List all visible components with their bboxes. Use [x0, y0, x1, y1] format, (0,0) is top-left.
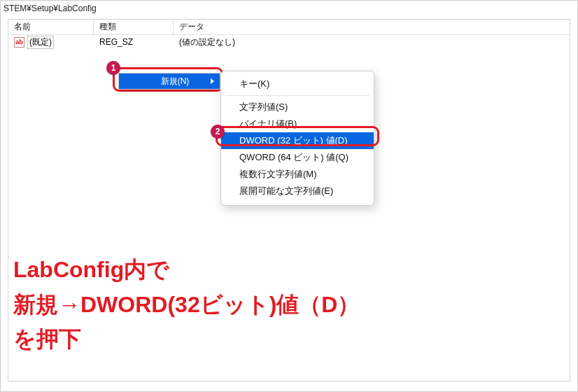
annotation-badge-2: 2	[211, 125, 225, 139]
cell-data: (値の設定なし)	[174, 35, 570, 49]
address-bar: STEM¥Setup¥LabConfig	[1, 1, 577, 16]
menu-item-label: 新規(N)	[161, 76, 190, 88]
menu-item-new[interactable]: 新規(N)	[119, 74, 220, 89]
cell-type: REG_SZ	[94, 35, 174, 49]
col-header-data[interactable]: データ	[174, 20, 570, 34]
table-row[interactable]: ab (既定) REG_SZ (値の設定なし)	[8, 35, 570, 49]
col-header-type[interactable]: 種類	[94, 20, 174, 34]
value-name-label: (既定)	[27, 36, 54, 49]
menu-separator	[225, 95, 369, 96]
submenu-item-binary[interactable]: バイナリ値(B)	[221, 115, 374, 132]
submenu: キー(K) 文字列値(S) バイナリ値(B) DWORD (32 ビット) 値(…	[220, 71, 374, 206]
submenu-item-key[interactable]: キー(K)	[221, 76, 374, 92]
annotation-frame-1: 新規(N)	[113, 67, 223, 92]
submenu-item-qword[interactable]: QWORD (64 ビット) 値(Q)	[221, 149, 374, 166]
chevron-right-icon	[211, 78, 214, 84]
instruction-caption: LabConfig内で 新規→DWORD(32ビット)値（D） を押下	[13, 253, 570, 357]
context-menu: 新規(N)	[118, 73, 220, 90]
column-header-row: 名前 種類 データ	[8, 20, 570, 35]
col-header-name[interactable]: 名前	[8, 20, 94, 34]
string-value-icon: ab	[14, 37, 24, 48]
cell-name: ab (既定)	[8, 35, 94, 49]
submenu-item-string[interactable]: 文字列値(S)	[221, 99, 374, 115]
submenu-item-expandstring[interactable]: 展開可能な文字列値(E)	[221, 183, 374, 200]
annotation-badge-1: 1	[106, 61, 120, 75]
submenu-item-dword[interactable]: DWORD (32 ビット) 値(D)	[221, 132, 374, 149]
submenu-item-multistring[interactable]: 複数行文字列値(M)	[221, 166, 374, 183]
